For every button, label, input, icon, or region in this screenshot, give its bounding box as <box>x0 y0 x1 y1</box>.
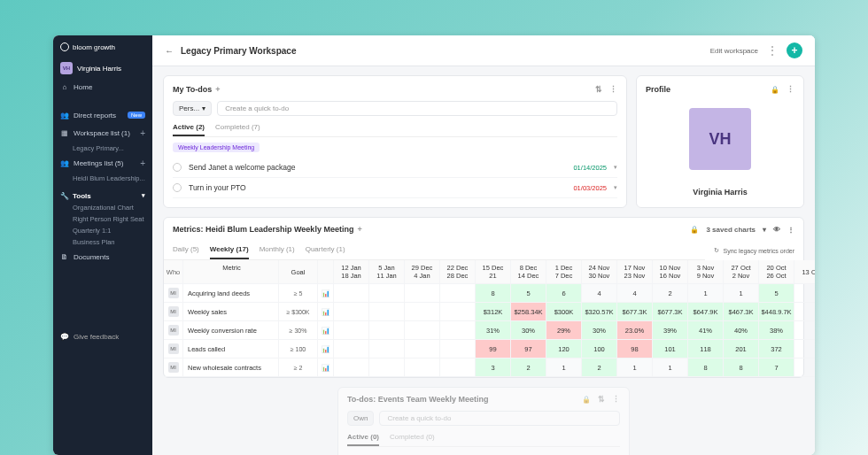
metric-cell[interactable]: 8 <box>688 359 724 377</box>
metric-cell[interactable]: 201 <box>724 340 759 359</box>
metric-cell[interactable] <box>794 284 815 303</box>
metric-cell[interactable] <box>440 359 476 377</box>
metric-cell[interactable]: 2 <box>582 359 617 377</box>
metric-cell[interactable]: 372 <box>759 340 794 359</box>
metric-cell[interactable]: 7 <box>759 359 794 377</box>
metric-cell[interactable] <box>440 303 476 321</box>
metric-cell[interactable]: 99 <box>476 340 511 359</box>
metric-cell[interactable] <box>440 284 476 303</box>
current-user[interactable]: VH Virginia Harris <box>53 58 152 78</box>
metric-cell[interactable]: 38% <box>759 321 794 340</box>
owner-filter[interactable]: Own <box>347 411 374 426</box>
metric-cell[interactable] <box>440 321 476 340</box>
metric-cell[interactable]: 6 <box>546 284 582 303</box>
profile-avatar[interactable]: VH <box>689 108 751 170</box>
filter-icon[interactable]: ⇅ <box>598 395 605 404</box>
metric-cell[interactable]: 97 <box>511 340 546 359</box>
metric-cell[interactable]: 4 <box>617 284 653 303</box>
saved-charts-label[interactable]: 3 saved charts <box>706 226 756 234</box>
date-header[interactable]: 8 Dec14 Dec <box>511 260 546 284</box>
date-header[interactable]: 12 Jan18 Jan <box>334 260 369 284</box>
metric-cell[interactable]: 8 <box>724 359 759 377</box>
metric-cell[interactable]: $467.3K <box>724 303 759 321</box>
metric-owner[interactable]: MI <box>164 284 183 303</box>
metric-cell[interactable]: 1 <box>688 284 724 303</box>
metric-owner[interactable]: MI <box>164 303 183 321</box>
metric-cell[interactable]: 101 <box>653 340 688 359</box>
metric-owner[interactable]: MI <box>164 359 183 377</box>
metric-cell[interactable] <box>794 359 815 377</box>
metric-cell[interactable] <box>794 303 815 321</box>
metric-cell[interactable]: $448.9.7K <box>759 303 794 321</box>
metric-cell[interactable]: $677.3K <box>617 303 653 321</box>
metric-cell[interactable]: $320.57K <box>582 303 617 321</box>
todo-input[interactable]: Create a quick to-do <box>217 101 617 116</box>
edit-workspace-link[interactable]: Edit workspace <box>710 47 758 55</box>
chevron-down-icon[interactable]: ▾ <box>614 164 617 171</box>
tab-quarterly[interactable]: Quarterly (1) <box>306 241 345 259</box>
add-metric-icon[interactable]: + <box>357 225 361 234</box>
more-icon[interactable]: ⋮ <box>612 395 620 404</box>
metric-name[interactable]: New wholesale contracts <box>183 359 279 377</box>
metric-cell[interactable] <box>334 321 369 340</box>
meeting-tag[interactable]: Weekly Leadership Meeting <box>173 143 260 152</box>
metric-cell[interactable] <box>369 340 405 359</box>
date-header[interactable]: 10 Nov16 Nov <box>653 260 688 284</box>
metric-cell[interactable]: 4 <box>582 284 617 303</box>
chart-icon[interactable]: 📊 <box>318 303 334 321</box>
tab-active[interactable]: Active (0) <box>347 433 379 446</box>
metric-owner[interactable]: MI <box>164 340 183 359</box>
metric-cell[interactable]: $258.34K <box>511 303 546 321</box>
metric-cell[interactable] <box>369 284 405 303</box>
metric-cell[interactable] <box>440 340 476 359</box>
metric-cell[interactable]: 5 <box>759 284 794 303</box>
sync-label[interactable]: Sync legacy metrics order <box>723 248 794 254</box>
add-todo-icon[interactable]: + <box>215 85 220 94</box>
metric-name[interactable]: Weekly conversion rate <box>183 321 279 340</box>
date-header[interactable]: 20 Oct26 Oct <box>759 260 794 284</box>
filter-icon[interactable]: ⇅ <box>595 85 602 94</box>
lock-icon[interactable]: 🔒 <box>582 396 591 404</box>
metric-cell[interactable]: 1 <box>653 359 688 377</box>
nav-workspace-list[interactable]: ▦ Workspace list (1) + <box>53 124 152 143</box>
metric-cell[interactable]: 118 <box>688 340 724 359</box>
metric-cell[interactable]: 30% <box>511 321 546 340</box>
back-arrow-icon[interactable]: ← <box>165 46 174 56</box>
metric-cell[interactable]: 1 <box>546 359 582 377</box>
metric-cell[interactable] <box>794 321 815 340</box>
chevron-down-icon[interactable]: ▾ <box>614 184 617 191</box>
tab-active[interactable]: Active (2) <box>173 123 205 136</box>
meeting-item[interactable]: Heidi Blum Leadership... <box>53 173 152 184</box>
metric-cell[interactable] <box>794 340 815 359</box>
eye-icon[interactable]: 👁 <box>773 226 780 234</box>
chart-icon[interactable]: 📊 <box>318 321 334 340</box>
nav-feedback[interactable]: 💬 Give feedback <box>53 328 152 345</box>
metric-cell[interactable] <box>369 321 405 340</box>
metric-cell[interactable] <box>334 284 369 303</box>
nav-tools[interactable]: 🔧 Tools ▾ <box>53 184 152 202</box>
metric-goal[interactable]: ≥ 5 <box>279 284 318 303</box>
tool-quarterly[interactable]: Quarterly 1:1 <box>53 225 152 236</box>
metric-cell[interactable]: 2 <box>511 359 546 377</box>
metric-cell[interactable] <box>405 340 440 359</box>
more-icon[interactable]: ⋮ <box>787 85 794 94</box>
nav-documents[interactable]: 🗎 Documents <box>53 248 152 266</box>
metric-cell[interactable]: 98 <box>617 340 653 359</box>
date-header[interactable]: 15 Dec21 <box>476 260 511 284</box>
lock-icon[interactable]: 🔒 <box>690 226 699 234</box>
tab-completed[interactable]: Completed (0) <box>390 433 435 446</box>
nav-direct-reports[interactable]: 👥 Direct reports New <box>53 106 152 124</box>
add-meeting-icon[interactable]: + <box>140 158 145 168</box>
metric-name[interactable]: Weekly sales <box>183 303 279 321</box>
metric-cell[interactable]: 1 <box>617 359 653 377</box>
brand-logo[interactable]: bloom growth <box>53 42 152 58</box>
sync-icon[interactable]: ↻ <box>714 247 719 254</box>
workspace-item[interactable]: Legacy Primary... <box>53 143 152 154</box>
metric-cell[interactable]: 5 <box>511 284 546 303</box>
metric-cell[interactable]: 40% <box>724 321 759 340</box>
nav-home[interactable]: ⌂ Home <box>53 78 152 96</box>
metric-cell[interactable]: $647.9K <box>688 303 724 321</box>
metric-cell[interactable]: 8 <box>476 284 511 303</box>
metric-cell[interactable]: $312K <box>476 303 511 321</box>
tool-org-chart[interactable]: Organizational Chart <box>53 202 152 213</box>
